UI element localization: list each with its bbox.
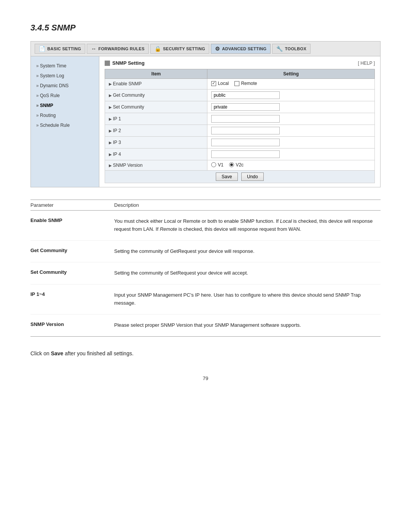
advanced-setting-icon: ⚙ xyxy=(215,46,220,52)
local-checkbox-label[interactable]: Local xyxy=(211,81,229,86)
remote-checkbox[interactable] xyxy=(234,81,239,86)
desc-row-get-community: Get Community Setting the community of G… xyxy=(30,241,381,263)
help-link[interactable]: [ HELP ] xyxy=(358,61,375,66)
desc-text-enable-snmp: You must check either Local or Remote or… xyxy=(114,217,381,233)
table-row: IP 1 xyxy=(105,113,375,125)
forwarding-rules-icon: ↔ xyxy=(91,46,96,52)
desc-row-enable-snmp: Enable SNMP You must check either Local … xyxy=(30,211,381,241)
settings-panel: SNMP Setting [ HELP ] Item Setting Enabl… xyxy=(99,56,380,187)
item-ip1: IP 1 xyxy=(105,113,207,125)
table-row: IP 4 xyxy=(105,148,375,160)
table-row: IP 3 xyxy=(105,136,375,148)
item-ip3: IP 3 xyxy=(105,136,207,148)
page-title: 3.4.5 SNMP xyxy=(30,23,381,33)
sidebar-item-system-log[interactable]: System Log xyxy=(31,71,99,81)
ip2-input[interactable] xyxy=(211,127,280,134)
table-row: Set Community xyxy=(105,101,375,113)
table-row: Get Community xyxy=(105,89,375,101)
sidebar-item-system-time[interactable]: System Time xyxy=(31,61,99,71)
item-enable-snmp: Enable SNMP xyxy=(105,79,207,89)
desc-param-ip14: IP 1~4 xyxy=(30,291,114,297)
sidebar-item-qos-rule[interactable]: QoS Rule xyxy=(31,91,99,101)
setting-get-community xyxy=(207,89,375,101)
action-cell: Save Undo xyxy=(105,171,375,183)
local-checkbox[interactable] xyxy=(211,81,216,86)
description-section: Parameter Description Enable SNMP You mu… xyxy=(30,200,381,337)
toolbox-icon: 🔧 xyxy=(276,46,283,52)
desc-param-set-community: Set Community xyxy=(30,269,114,275)
desc-row-set-community: Set Community Setting the community of S… xyxy=(30,262,381,284)
footer-note: Click on Save after you finished all set… xyxy=(30,350,381,356)
nav-toolbox[interactable]: 🔧 TOOLBOX xyxy=(272,44,311,54)
table-row: IP 2 xyxy=(105,125,375,136)
router-panel: 📄 BASIC SETTING ↔ FORWARDING RULES 🔒 SEC… xyxy=(30,41,381,187)
sidebar-item-schedule-rule[interactable]: Schedule Rule xyxy=(31,120,99,130)
ip4-input[interactable] xyxy=(211,150,280,158)
desc-row-ip14: IP 1~4 Input your SNMP Management PC's I… xyxy=(30,284,381,315)
desc-header: Description xyxy=(114,202,381,208)
desc-text-ip14: Input your SNMP Management PC's IP here.… xyxy=(114,291,381,307)
get-community-input[interactable] xyxy=(211,91,280,99)
main-content: System Time System Log Dynamic DNS QoS R… xyxy=(31,56,380,187)
desc-header-row: Parameter Description xyxy=(30,200,381,211)
col-item-header: Item xyxy=(105,69,207,79)
table-row: Enable SNMP Local Remote xyxy=(105,79,375,89)
item-get-community: Get Community xyxy=(105,89,207,101)
v2c-radio-label[interactable]: V2c xyxy=(229,162,244,168)
setting-set-community xyxy=(207,101,375,113)
nav-basic-setting[interactable]: 📄 BASIC SETTING xyxy=(35,44,85,54)
desc-text-set-community: Setting the community of SetRequest your… xyxy=(114,269,381,277)
item-ip4: IP 4 xyxy=(105,148,207,160)
settings-title-icon xyxy=(105,61,110,66)
nav-security-setting[interactable]: 🔒 SECURITY SETTING xyxy=(150,44,209,54)
footer-bold: Save xyxy=(51,350,64,356)
desc-param-enable-snmp: Enable SNMP xyxy=(30,217,114,223)
sidebar-item-routing[interactable]: Routing xyxy=(31,110,99,120)
set-community-input[interactable] xyxy=(211,103,280,111)
item-ip2: IP 2 xyxy=(105,125,207,136)
ip3-input[interactable] xyxy=(211,139,280,146)
setting-snmp-version: V1 V2c xyxy=(207,160,375,171)
settings-title: SNMP Setting xyxy=(105,60,145,66)
table-row: SNMP Version V1 V2c xyxy=(105,160,375,171)
remote-checkbox-label[interactable]: Remote xyxy=(234,81,257,86)
setting-ip4 xyxy=(207,148,375,160)
settings-header: SNMP Setting [ HELP ] xyxy=(105,60,375,66)
item-set-community: Set Community xyxy=(105,101,207,113)
nav-advanced-setting[interactable]: ⚙ ADVANCED SETTING xyxy=(211,44,271,54)
action-row: Save Undo xyxy=(105,171,375,183)
sidebar-item-dynamic-dns[interactable]: Dynamic DNS xyxy=(31,81,99,91)
setting-ip2 xyxy=(207,125,375,136)
v2c-radio[interactable] xyxy=(229,162,234,167)
v1-radio[interactable] xyxy=(211,162,216,167)
basic-setting-icon: 📄 xyxy=(39,46,45,52)
security-setting-icon: 🔒 xyxy=(155,46,161,52)
desc-param-snmp-version: SNMP Version xyxy=(30,321,114,327)
sidebar: System Time System Log Dynamic DNS QoS R… xyxy=(31,56,99,187)
save-button[interactable]: Save xyxy=(216,173,237,181)
setting-ip3 xyxy=(207,136,375,148)
undo-button[interactable]: Undo xyxy=(241,173,264,181)
sidebar-item-snmp[interactable]: SNMP xyxy=(31,101,99,110)
col-setting-header: Setting xyxy=(207,69,375,79)
settings-table: Item Setting Enable SNMP Local xyxy=(105,69,375,183)
ip1-input[interactable] xyxy=(211,115,280,123)
desc-row-snmp-version: SNMP Version Please select proper SNMP V… xyxy=(30,315,381,336)
desc-text-snmp-version: Please select proper SNMP Version that y… xyxy=(114,321,381,329)
v1-radio-label[interactable]: V1 xyxy=(211,162,223,168)
param-header: Parameter xyxy=(30,202,114,208)
item-snmp-version: SNMP Version xyxy=(105,160,207,171)
desc-param-get-community: Get Community xyxy=(30,248,114,253)
setting-ip1 xyxy=(207,113,375,125)
nav-bar: 📄 BASIC SETTING ↔ FORWARDING RULES 🔒 SEC… xyxy=(31,42,380,56)
page-number: 79 xyxy=(30,375,381,381)
setting-enable-snmp: Local Remote xyxy=(207,79,375,89)
desc-text-get-community: Setting the community of GetRequest your… xyxy=(114,248,381,256)
nav-forwarding-rules[interactable]: ↔ FORWARDING RULES xyxy=(87,44,149,54)
